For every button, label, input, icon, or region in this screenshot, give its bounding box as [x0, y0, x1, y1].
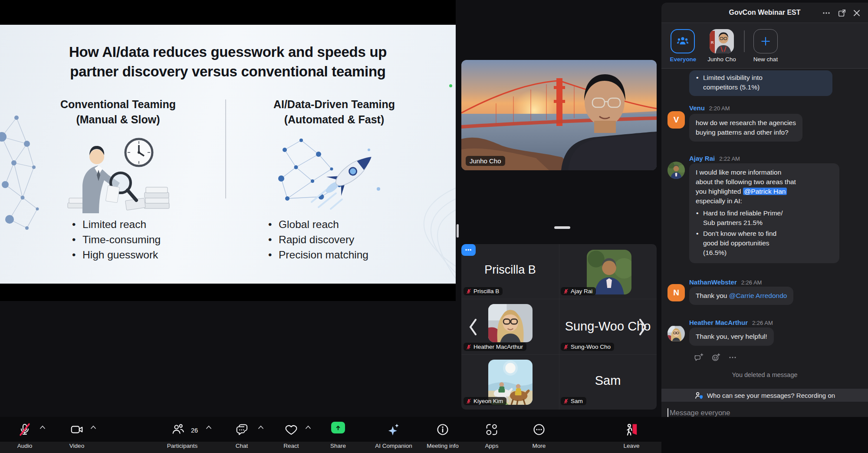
people-icon	[676, 34, 690, 48]
deleted-message-notice: You deleted a message	[661, 371, 868, 378]
participants-grid: Priscilla B Priscilla B	[461, 244, 657, 410]
participant-chip-label: Ajay Rai	[571, 288, 592, 294]
sender-name: NathanWebster	[689, 278, 737, 286]
video-button[interactable]: Video	[46, 417, 107, 453]
message-actions-row	[694, 353, 737, 362]
tab-everyone[interactable]	[671, 29, 695, 53]
participants-options-chevron[interactable]	[206, 425, 212, 430]
chat-bubbles-icon	[234, 422, 249, 437]
message-text: Thank you	[696, 292, 729, 299]
chat-message-bubble: how do we research the agencies buying p…	[689, 114, 802, 142]
tab-junho-cho[interactable]: R	[710, 29, 734, 53]
new-chat-label[interactable]: New chat	[742, 56, 789, 63]
next-page-chevron[interactable]	[637, 318, 650, 336]
heart-icon	[284, 422, 299, 437]
participant-chip-label: Sung-Woo Cho	[571, 344, 611, 350]
chat-privacy-bar[interactable]: Who can see your messages? Recording on	[661, 389, 868, 402]
participant-chip-label: Kiyeon Kim	[473, 398, 503, 404]
panel-resize-handle-vertical[interactable]	[457, 224, 459, 238]
speaker-name-chip: Junho Cho	[466, 156, 505, 166]
chat-message-bubble: Thank you, very helpful!	[689, 327, 774, 346]
ai-companion-label: AI Companion	[375, 443, 412, 449]
participant-chip-label: Sam	[571, 398, 583, 404]
more-button[interactable]: More	[509, 417, 569, 453]
chat-tabs-bar: Everyone R Junho Cho	[661, 23, 868, 69]
new-chat-button[interactable]	[753, 29, 778, 53]
slide-left-bullets: Limited reach Time-consuming High guessw…	[72, 217, 161, 262]
mic-muted-icon	[563, 398, 569, 404]
audio-options-chevron[interactable]	[39, 425, 46, 430]
close-icon[interactable]	[852, 8, 862, 18]
video-label: Video	[69, 443, 84, 449]
participant-chip-label: Priscilla B	[473, 288, 499, 294]
presentation-slide: How AI/data reduces guesswork and speeds…	[0, 25, 456, 284]
sender-name: Heather MacArthur	[689, 319, 748, 326]
chat-bullet-text: Limited visibility into competitors (5.1…	[696, 73, 826, 92]
info-icon	[435, 422, 450, 437]
participants-label: Participants	[167, 443, 198, 449]
mention-patrick-han[interactable]: @Patrick Han	[743, 188, 787, 195]
plus-icon	[760, 36, 771, 47]
mention-carrie-arredondo[interactable]: @Carrie Arredondo	[729, 292, 787, 299]
message-meta: Venu2:20 AM	[689, 104, 730, 112]
tabs-separator	[744, 30, 745, 52]
video-options-chevron[interactable]	[90, 425, 96, 430]
participant-chip-label: Heather MacArthur	[473, 344, 523, 350]
mic-muted-icon	[466, 288, 472, 294]
message-time: 2:26 AM	[752, 320, 773, 326]
previous-page-chevron[interactable]	[467, 318, 480, 336]
chat-bullet-text: Hard to find reliable Prime/ Sub partner…	[696, 208, 833, 228]
audio-label: Audio	[17, 443, 33, 449]
pop-out-icon[interactable]	[837, 8, 847, 18]
speaker-video-tile[interactable]: Junho Cho	[461, 60, 657, 170]
more-icon	[532, 422, 546, 437]
message-meta: NathanWebster2:26 AM	[689, 278, 762, 286]
react-label: React	[283, 443, 299, 449]
reply-icon[interactable]	[694, 353, 704, 362]
avatar-ajay	[667, 162, 685, 179]
shared-screen-area: How AI/data reduces guesswork and speeds…	[0, 0, 456, 301]
manual-search-illustration	[56, 134, 174, 213]
slide-right-bullets: Global reach Rapid discovery Precision m…	[268, 217, 368, 262]
participant-avatar-heather[interactable]	[488, 304, 533, 342]
rocket-illustration	[270, 132, 394, 214]
avatar-nathan: N	[667, 284, 685, 301]
chat-label: Chat	[236, 443, 248, 449]
participant-chip: Kiyeon Kim	[464, 397, 506, 405]
participants-button[interactable]: Participants	[152, 417, 213, 453]
message-time: 2:26 AM	[741, 279, 762, 286]
message-time: 2:22 AM	[719, 155, 740, 162]
camera-icon	[69, 422, 84, 437]
participant-tile-sam[interactable]: Sam	[559, 374, 657, 388]
ai-companion-icon	[386, 422, 401, 437]
tile-more-options-button[interactable]: •••	[461, 244, 476, 256]
participant-tile-priscilla[interactable]: Priscilla B	[461, 263, 559, 277]
share-button[interactable]: Share	[308, 417, 368, 453]
add-reaction-icon[interactable]	[711, 353, 721, 362]
message-meta: Heather MacArthur2:26 AM	[689, 319, 773, 326]
privacy-shield-icon	[694, 391, 704, 400]
apps-icon	[484, 422, 499, 437]
mic-muted-icon	[466, 398, 472, 404]
tab-junho-label[interactable]: Junho Cho	[698, 56, 746, 63]
share-screen-icon	[331, 422, 345, 433]
more-label: More	[533, 443, 546, 449]
meeting-info-label: Meeting info	[427, 443, 459, 449]
text-caret	[667, 408, 668, 417]
avatar-venu: V	[667, 111, 685, 129]
panel-resize-handle-horizontal[interactable]	[554, 226, 570, 229]
share-label: Share	[330, 443, 346, 449]
message-meta: Ajay Rai2:22 AM	[689, 155, 740, 162]
junho-avatar: R	[710, 29, 734, 53]
apps-label: Apps	[485, 443, 499, 449]
more-actions-icon[interactable]	[728, 353, 737, 362]
message-input[interactable]: Message everyone	[667, 408, 730, 417]
chat-more-menu-icon[interactable]	[821, 8, 832, 18]
leave-button[interactable]: Leave	[601, 417, 662, 453]
speaker-name-label: Junho Cho	[470, 157, 501, 165]
svg-text:R: R	[711, 40, 714, 45]
participant-chip: Sam	[561, 397, 586, 405]
chat-message-bubble-pinned: Limited visibility into competitors (5.1…	[689, 70, 832, 96]
participant-chip: Ajay Rai	[561, 287, 596, 295]
leave-icon	[624, 422, 639, 437]
